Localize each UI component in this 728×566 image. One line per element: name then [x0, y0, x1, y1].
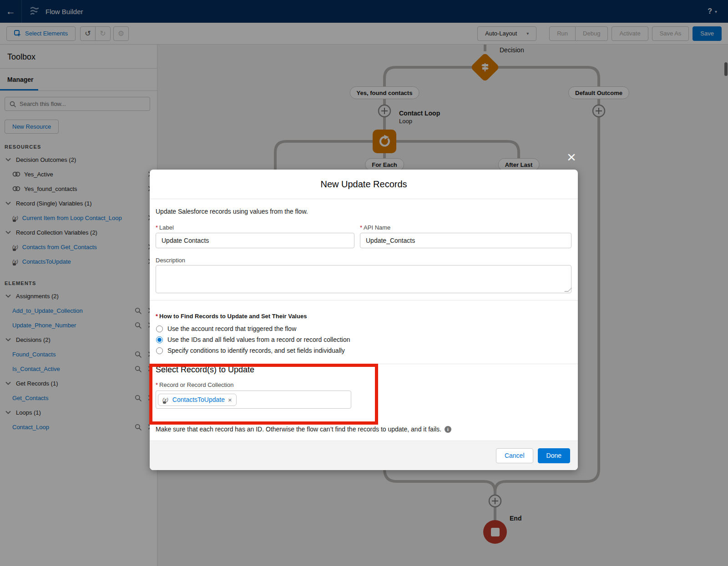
label-field-label: *Label — [156, 224, 174, 231]
cancel-button[interactable]: Cancel — [496, 448, 533, 463]
record-collection-field-label: *Record or Record Collection — [156, 381, 233, 388]
done-button[interactable]: Done — [538, 448, 570, 463]
radio-ids-from-collection[interactable]: Use the IDs and all field values from a … — [156, 336, 350, 343]
required-asterisk: * — [156, 313, 158, 320]
record-collection-combobox[interactable]: (x) ContactsToUpdate × — [156, 391, 351, 409]
pill-resource-name: ContactsToUpdate — [172, 396, 225, 403]
required-asterisk: * — [360, 224, 362, 231]
flow-builder-app: Decision Yes, found contacts Default Out… — [0, 0, 728, 566]
label-input[interactable]: Update Contacts — [156, 233, 354, 248]
section-divider — [150, 300, 578, 301]
how-to-find-heading: *How to Find Records to Update and Set T… — [156, 313, 307, 320]
select-records-heading: Select Record(s) to Update — [156, 365, 254, 375]
modal-header: New Update Records — [150, 170, 578, 199]
radio-button-icon — [156, 326, 163, 332]
record-collection-icon: (x) — [162, 397, 168, 402]
records-id-info: Make sure that each record has an ID. Ot… — [156, 426, 451, 433]
radio-triggering-record[interactable]: Use the account record that triggered th… — [156, 325, 296, 332]
close-icon[interactable]: × — [567, 150, 576, 164]
radio-button-selected-icon — [156, 336, 163, 343]
radio-specify-conditions[interactable]: Specify conditions to identify records, … — [156, 347, 345, 354]
modal-footer: Cancel Done — [150, 441, 578, 470]
modal-subtitle: Update Salesforce records using values f… — [156, 208, 308, 215]
required-asterisk: * — [156, 224, 158, 231]
selected-resource-pill[interactable]: (x) ContactsToUpdate × — [158, 394, 237, 406]
section-divider — [150, 364, 578, 364]
new-update-records-modal: New Update Records Update Salesforce rec… — [150, 170, 578, 470]
api-name-input[interactable]: Update_Contacts — [360, 233, 571, 248]
required-asterisk: * — [156, 381, 158, 388]
description-textarea[interactable] — [156, 265, 571, 293]
resize-handle-icon[interactable] — [564, 288, 572, 292]
modal-title: New Update Records — [320, 179, 407, 190]
description-label: Description — [156, 257, 185, 264]
radio-button-icon — [156, 347, 163, 354]
info-icon[interactable]: i — [445, 426, 451, 433]
remove-pill-icon[interactable]: × — [228, 396, 232, 404]
api-name-field-label: *API Name — [360, 224, 390, 231]
